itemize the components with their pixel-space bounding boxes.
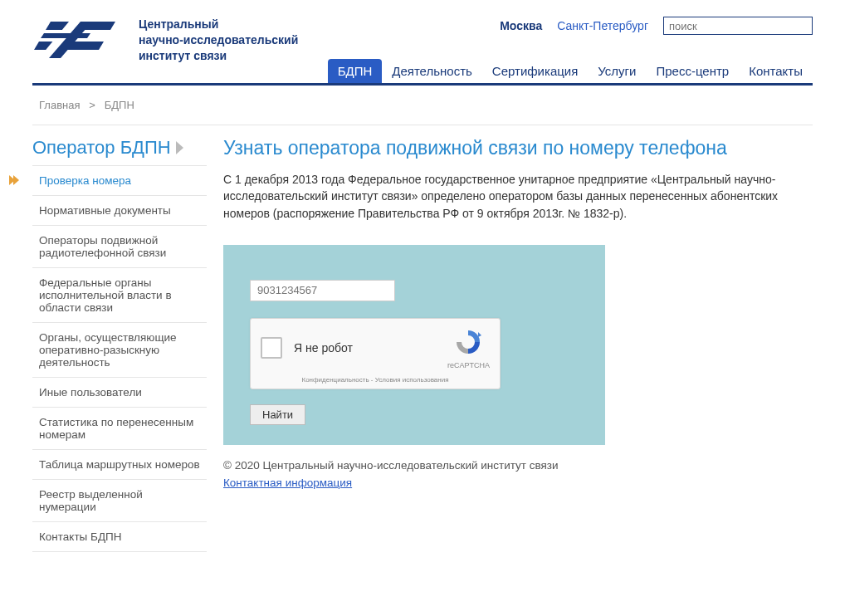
sidebar-item-allocated-numbers[interactable]: Реестр выделенной нумерации [32, 480, 207, 522]
recaptcha-brand: reCAPTCHA [447, 361, 490, 369]
search-input[interactable] [663, 17, 813, 35]
intro-text: С 1 декабря 2013 года Федеральное госуда… [223, 171, 813, 222]
contact-info-link[interactable]: Контактная информация [223, 477, 352, 489]
sidebar-item-other-users[interactable]: Иные пользователи [32, 378, 207, 408]
recaptcha-widget: Я не робот reCAPTCHA Конфиденциальность … [250, 318, 501, 389]
sidebar-item-statistics[interactable]: Статистика по перенесенным номерам [32, 408, 207, 450]
nav-contacts[interactable]: Контакты [739, 59, 813, 83]
recaptcha-icon [453, 327, 483, 357]
page-footer: © 2020 Центральный научно-исследовательс… [223, 457, 813, 492]
nav-bdpn[interactable]: БДПН [328, 59, 383, 83]
recaptcha-checkbox[interactable] [261, 337, 282, 359]
nav-activity[interactable]: Деятельность [382, 59, 482, 83]
svg-marker-4 [41, 33, 90, 38]
sidebar-item-route-numbers[interactable]: Таблица маршрутных номеров [32, 450, 207, 480]
sidebar-item-bdpn-contacts[interactable]: Контакты БДПН [32, 522, 207, 552]
sidebar-item-investigative-bodies[interactable]: Органы, осуществляющие оперативно-разыск… [32, 323, 207, 378]
page-title: Узнать оператора подвижной связи по номе… [223, 137, 813, 159]
nav-services[interactable]: Услуги [588, 59, 646, 83]
find-button[interactable]: Найти [250, 404, 305, 425]
breadcrumb-current: БДПН [105, 99, 134, 111]
nav-press[interactable]: Пресс-центр [646, 59, 739, 83]
phone-input[interactable] [250, 280, 395, 301]
main-content: Узнать оператора подвижной связи по номе… [207, 125, 813, 492]
svg-marker-5 [478, 332, 481, 337]
chevron-right-icon [176, 141, 183, 154]
active-indicator-icon [9, 175, 17, 185]
sidebar-item-federal-bodies[interactable]: Федеральные органы исполнительной власти… [32, 268, 207, 323]
org-name: Центральный научно-исследовательский инс… [139, 17, 298, 64]
breadcrumb-home[interactable]: Главная [39, 99, 80, 111]
main-nav: БДПН Деятельность Сертификация Услуги Пр… [328, 59, 813, 83]
city-switch: Москва Санкт-Петербург [500, 17, 813, 35]
city-spb-link[interactable]: Санкт-Петербург [557, 19, 648, 32]
logo-icon [32, 17, 124, 63]
nav-certification[interactable]: Сертификация [482, 59, 588, 83]
sidebar-title: Оператор БДПН [32, 125, 207, 165]
recaptcha-label: Я не робот [294, 341, 353, 354]
recaptcha-footer: Конфиденциальность - Условия использован… [261, 376, 490, 384]
sidebar-item-regulations[interactable]: Нормативные документы [32, 196, 207, 226]
site-header: Центральный научно-исследовательский инс… [32, 17, 813, 83]
city-moscow-link[interactable]: Москва [500, 19, 542, 32]
phone-lookup-form: Я не робот reCAPTCHA Конфиденциальность … [223, 245, 605, 445]
sidebar-item-check-number[interactable]: Проверка номера [32, 165, 207, 196]
sidebar-item-mobile-operators[interactable]: Операторы подвижной радиотелефонной связ… [32, 226, 207, 268]
copyright-text: © 2020 Центральный научно-исследовательс… [223, 457, 813, 475]
breadcrumb: Главная > БДПН [32, 86, 813, 125]
sidebar: Оператор БДПН Проверка номера Нормативны… [32, 125, 207, 552]
